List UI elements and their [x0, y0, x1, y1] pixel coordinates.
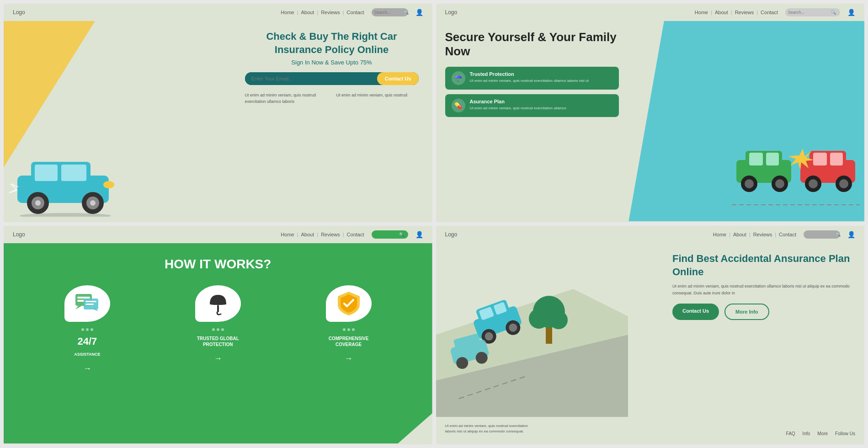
nav-contact-p3[interactable]: Contact: [347, 232, 364, 237]
search-bar-p3[interactable]: 🔍: [372, 230, 408, 239]
svg-point-10: [103, 181, 114, 188]
svg-point-27: [839, 179, 848, 188]
text-area-p4: Find Best Accidental Ansurance Plan Onli…: [672, 252, 855, 320]
svg-point-41: [529, 309, 549, 329]
navbar-p1: Logo Home | About | Reviews | Contact 🔍 …: [4, 4, 432, 21]
user-icon-p2[interactable]: 👤: [847, 9, 855, 16]
search-icon-p2: 🔍: [831, 10, 836, 15]
nav-contact-p2[interactable]: Contact: [761, 10, 778, 15]
feature-label-1: ASSISTANCE: [74, 352, 100, 357]
user-icon-p1[interactable]: 👤: [415, 9, 423, 16]
collision-illustration: [732, 137, 860, 212]
nav-links-p1: Home | About | Reviews | Contact: [281, 10, 364, 15]
feature-protection: TRUSTED GLOBALPROTECTION →: [195, 285, 241, 363]
logo-p1: Logo: [13, 9, 25, 16]
nav-reviews-p4[interactable]: Reviews: [753, 232, 772, 237]
svg-rect-22: [813, 153, 827, 165]
feature-label-3: COMPREHENSIVECOVERAGE: [329, 336, 369, 347]
umbrella-icon: ☂️: [452, 71, 465, 85]
nav-contact-p1[interactable]: Contact: [347, 10, 364, 15]
user-icon-p4[interactable]: 👤: [847, 231, 855, 238]
pills-icon: 💊: [452, 99, 465, 112]
search-input-p4[interactable]: [806, 232, 834, 237]
nav-contact-p4[interactable]: Contact: [779, 232, 796, 237]
headline-p2: Secure Yourself & Your Family Now: [445, 30, 619, 59]
search-bar-p2[interactable]: 🔍: [785, 8, 840, 16]
feature-card-protection: ☂️ Trusted Protection Ut enim ad minim v…: [445, 67, 619, 90]
search-icon-p1: 🔍: [404, 10, 409, 15]
svg-point-25: [809, 179, 818, 188]
user-icon-p3[interactable]: 👤: [415, 231, 423, 238]
nav-about-p3[interactable]: About: [301, 232, 314, 237]
feature1-title: Trusted Protection: [470, 71, 589, 77]
svg-rect-15: [766, 153, 779, 165]
collision-svg: [732, 137, 860, 210]
road-scene: [436, 243, 650, 443]
footer-links-p4: FAQ Info More Follow Us: [786, 431, 855, 436]
logo-p2: Logo: [445, 9, 458, 16]
navbar-p4: Logo Home | About | Reviews | Contact 🔍 …: [436, 226, 865, 243]
search-bar-p1[interactable]: 🔍: [372, 8, 408, 16]
feature2-title: Asurance Plan: [470, 99, 566, 104]
subhead-p1: Sign In Now & Save Upto 75%: [245, 59, 419, 66]
body-text-p1: Ut enim ad minim veniam, quis nostrud ex…: [245, 92, 419, 105]
features-row: 24/7 ASSISTANCE → TRUSTE: [22, 285, 414, 373]
panel-1: Logo Home | About | Reviews | Contact 🔍 …: [4, 4, 432, 222]
nav-home-p3[interactable]: Home: [281, 232, 294, 237]
search-bar-p4[interactable]: 🔍: [804, 230, 840, 239]
content-p1: Check & Buy The Right Car Insurance Poli…: [4, 21, 432, 221]
footer-more[interactable]: More: [817, 431, 828, 436]
more-btn-p4[interactable]: More Info: [724, 304, 769, 320]
logo-p3: Logo: [13, 231, 25, 238]
nav-reviews-p2[interactable]: Reviews: [735, 10, 754, 15]
panel-3: Logo Home | About | Reviews | Contact 🔍 …: [4, 226, 432, 444]
nav-about-p4[interactable]: About: [733, 232, 746, 237]
nav-home-p2[interactable]: Home: [695, 10, 708, 15]
feature-coverage: COMPREHENSIVECOVERAGE →: [326, 285, 372, 363]
nav-links-p4: Home | About | Reviews | Contact: [713, 232, 796, 237]
svg-point-42: [549, 311, 568, 329]
svg-rect-34: [85, 301, 96, 302]
text-area-p1: Check & Buy The Right Car Insurance Poli…: [245, 30, 419, 105]
nav-reviews-p1[interactable]: Reviews: [321, 10, 340, 15]
arrow-3: →: [345, 354, 353, 363]
nav-about-p1[interactable]: About: [301, 10, 314, 15]
nav-home-p1[interactable]: Home: [281, 10, 294, 15]
road-svg: [436, 243, 628, 417]
umbrella-bubble-icon: [195, 285, 241, 322]
svg-rect-37: [217, 305, 219, 312]
svg-point-17: [745, 179, 754, 188]
body-text-p4: Ut enim ad minim veniam, quis nostrud ex…: [672, 283, 855, 296]
email-input-p1[interactable]: [245, 72, 378, 85]
arrow-2: →: [214, 354, 222, 363]
contact-btn-p4[interactable]: Contact Us: [672, 304, 719, 320]
svg-marker-32: [75, 306, 82, 309]
cta-row-p1: Contact Us: [245, 72, 419, 85]
text-area-p2: Secure Yourself & Your Family Now ☂️ Tru…: [445, 30, 619, 122]
content-p2: Secure Yourself & Your Family Now ☂️ Tru…: [436, 21, 865, 221]
nav-about-p2[interactable]: About: [715, 10, 728, 15]
feature-card-plan: 💊 Asurance Plan Ut enim ad minim veniam,…: [445, 94, 619, 117]
btn-row-p4: Contact Us More Info: [672, 304, 855, 320]
body-col2-p1: Ut enim ad minim veniam, quis nostrud: [336, 92, 419, 105]
nav-home-p4[interactable]: Home: [713, 232, 726, 237]
feature2-desc: Ut enim ad minim veniam, quis nostrud ex…: [470, 106, 566, 111]
footer-faq[interactable]: FAQ: [786, 431, 795, 436]
svg-point-19: [775, 179, 784, 188]
svg-point-6: [35, 200, 41, 206]
contact-btn-p1[interactable]: Contact Us: [377, 72, 418, 85]
chat-bubble-icon: [64, 285, 110, 322]
panel-4: Logo Home | About | Reviews | Contact 🔍 …: [436, 226, 865, 444]
footer-info[interactable]: Info: [803, 431, 810, 436]
nav-reviews-p3[interactable]: Reviews: [321, 232, 340, 237]
search-input-p2[interactable]: [788, 10, 829, 15]
feature-assistance: 24/7 ASSISTANCE →: [64, 285, 110, 373]
search-input-p3[interactable]: [374, 232, 397, 237]
svg-rect-2: [35, 165, 58, 181]
search-input-p1[interactable]: [374, 10, 402, 15]
footer-follow[interactable]: Follow Us: [835, 431, 855, 436]
navbar-p2: Logo Home | About | Reviews | Contact 🔍 …: [436, 4, 865, 21]
feature-num: 24/7: [77, 336, 97, 347]
arrow-1: →: [83, 364, 91, 373]
svg-rect-35: [85, 304, 94, 305]
